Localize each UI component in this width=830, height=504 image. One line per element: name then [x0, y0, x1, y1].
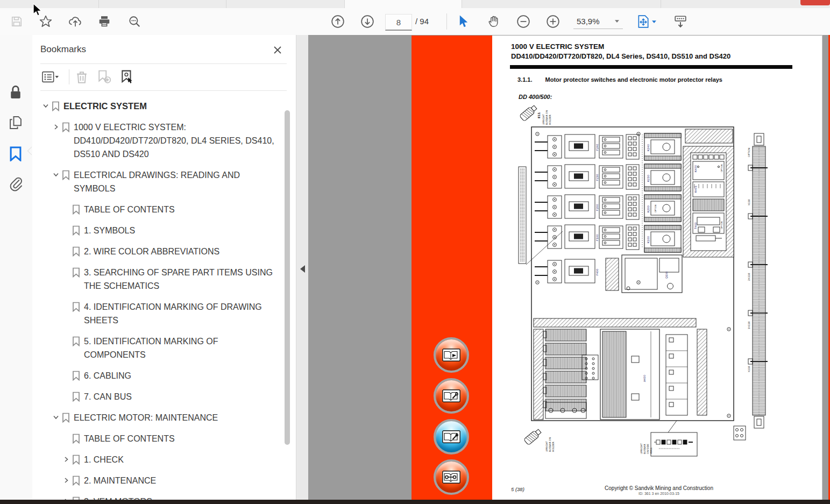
svg-text:K230: K230 [647, 175, 650, 182]
bookmark-icon [72, 432, 84, 444]
star-favorite-button[interactable] [39, 15, 53, 29]
bookmark-icon [72, 453, 84, 465]
zoom-out-button[interactable] [516, 15, 530, 29]
bookmark-icon [72, 245, 84, 257]
left-tool-rail [0, 35, 33, 500]
bookmark-icon [72, 369, 84, 381]
bookmark-item[interactable]: 2. MAINTENANCE [32, 474, 284, 487]
svg-text:OPTION: OPTION [720, 221, 723, 229]
bookmark-label: 2. MAINTENANCE [84, 474, 164, 487]
svg-text:K401: K401 [694, 186, 697, 193]
panel-collapse-strip[interactable] [296, 35, 309, 500]
page-total-label: / 94 [415, 17, 429, 26]
add-bookmark-button[interactable] [96, 68, 113, 86]
bookmark-label: 1000 V ELECTRIC SYSTEM: DD410/DD420/DT72… [74, 120, 284, 161]
manual-nav-button-operation[interactable] [434, 337, 469, 373]
lock-icon[interactable] [8, 84, 24, 101]
bookmark-item[interactable]: 1. SYMBOLS [32, 224, 284, 237]
fit-page-button[interactable] [636, 15, 650, 29]
search-button[interactable] [127, 15, 141, 29]
window-tab-strip [0, 0, 830, 9]
bookmark-item[interactable]: 6. CABLING [32, 369, 284, 382]
bookmark-label: 5. IDENTIFICATION MARKING OF COMPONENTS [84, 335, 284, 361]
bookmark-item[interactable]: 5. IDENTIFICATION MARKING OF COMPONENTS [32, 335, 284, 361]
bookmark-item[interactable]: ELECTRICAL DRAWINGS: READING AND SYMBOLS [32, 168, 284, 195]
svg-text:F400: F400 [595, 269, 599, 275]
bookmark-item[interactable]: 1000 V ELECTRIC SYSTEM: DD410/DD420/DT72… [32, 120, 284, 161]
hide-toolbar-button[interactable] [673, 15, 687, 29]
chevron-right-icon[interactable] [60, 474, 72, 484]
svg-text:ON SIDE: ON SIDE [647, 444, 649, 454]
bookmark-icon [72, 266, 84, 278]
bookmark-item[interactable]: 2. WIRE COLOR ABBREVIATIONS [32, 245, 284, 258]
svg-text:F230: F230 [595, 174, 599, 181]
attachments-icon[interactable] [8, 176, 24, 192]
chevron-down-icon[interactable] [50, 168, 62, 178]
cloud-upload-button[interactable] [68, 15, 82, 29]
panel-scrollbar-thumb[interactable] [285, 110, 290, 445]
footer-page-number: 5 (38) [511, 486, 524, 492]
svg-text:F240: F240 [595, 144, 599, 151]
previous-page-button[interactable] [331, 15, 345, 29]
select-tool-button[interactable] [457, 15, 471, 29]
bookmarks-rail-icon[interactable] [8, 146, 24, 162]
hand-tool-button[interactable] [487, 15, 501, 29]
mouse-cursor [31, 3, 43, 16]
delete-bookmark-button[interactable] [73, 68, 90, 86]
bookmark-options-button[interactable] [42, 68, 59, 86]
active-document-tab[interactable] [344, 0, 462, 9]
bookmark-item[interactable]: ELECTRIC MOTOR: MAINTENANCE [32, 411, 284, 424]
page-number-input[interactable] [385, 14, 412, 31]
bookmark-item[interactable]: 7. CAN BUS [32, 390, 284, 403]
svg-text:OPTION: OPTION [720, 164, 723, 172]
bookmark-label: TABLE OF CONTENTS [84, 203, 182, 216]
bookmark-icon [72, 335, 84, 346]
panel-scrollbar[interactable] [284, 94, 290, 500]
toolbar-divider [446, 13, 447, 30]
bookmark-item[interactable]: ELECTRIC SYSTEM [32, 100, 284, 113]
close-panel-icon[interactable] [272, 45, 283, 55]
manual-nav-button-parts[interactable] [434, 459, 469, 495]
section-number: 3.1.1. [517, 76, 533, 83]
svg-text:F200: F200 [595, 204, 599, 211]
next-page-button[interactable] [360, 15, 374, 29]
chevron-right-icon[interactable] [60, 453, 72, 463]
chevron-spacer [60, 224, 72, 227]
book-parts-icon [442, 471, 460, 484]
bookmark-icon [72, 203, 84, 215]
book-screwdriver-icon [442, 430, 460, 443]
document-title: 1000 V ELECTRIC SYSTEM [511, 42, 604, 51]
bookmark-label: 2. WIRE COLOR ABBREVIATIONS [84, 245, 227, 258]
book-hand-icon [442, 349, 460, 361]
tab-divider [98, 0, 99, 8]
print-button[interactable] [97, 15, 111, 29]
collapse-panel-arrow-icon[interactable] [300, 265, 305, 273]
bookmark-item[interactable]: TABLE OF CONTENTS [32, 432, 284, 445]
zoom-in-button[interactable] [546, 15, 560, 29]
taskbar-edge [0, 500, 830, 504]
fit-page-dropdown-caret[interactable] [650, 15, 658, 29]
manual-nav-button-repair-selected[interactable] [434, 419, 469, 455]
window-close-button[interactable] [800, 0, 830, 5]
chevron-right-icon[interactable] [50, 120, 62, 130]
save-button[interactable] [10, 15, 24, 29]
goto-bookmark-button[interactable] [118, 68, 136, 86]
bookmark-item[interactable]: 4. IDENTIFICATION MARKING OF DRAWING SHE… [32, 300, 284, 327]
bookmark-item[interactable]: 3. SEARCHING OF SPARE PART ITEMS USING T… [32, 266, 284, 293]
bookmark-label: ELECTRIC SYSTEM [63, 100, 154, 113]
panel-toolbar-divider [69, 69, 69, 84]
footer-copyright: Copyright © Sandvik Mining and Construct… [573, 485, 745, 495]
svg-text:K400: K400 [694, 165, 697, 172]
bookmark-icon [62, 168, 74, 180]
panel-divider [40, 63, 287, 64]
zoom-level-dropdown[interactable]: 53,9% [573, 14, 623, 29]
svg-text:WALL: WALL [650, 447, 652, 454]
chevron-down-icon[interactable] [40, 100, 52, 109]
electrical-schematic: E11UPRIGHTBUSBAR ONHOLDERF240F230F200F10… [515, 103, 768, 458]
manual-nav-button-maintenance[interactable] [434, 378, 469, 414]
bookmark-item[interactable]: TABLE OF CONTENTS [32, 203, 284, 216]
chevron-down-icon[interactable] [50, 411, 62, 421]
bookmark-item[interactable]: 1. CHECK [32, 453, 284, 466]
page-thumbnails-icon[interactable] [8, 115, 24, 131]
document-subtitle: DD410/DD420/DT720/DT820, DL4 Series, DS4… [511, 52, 730, 60]
